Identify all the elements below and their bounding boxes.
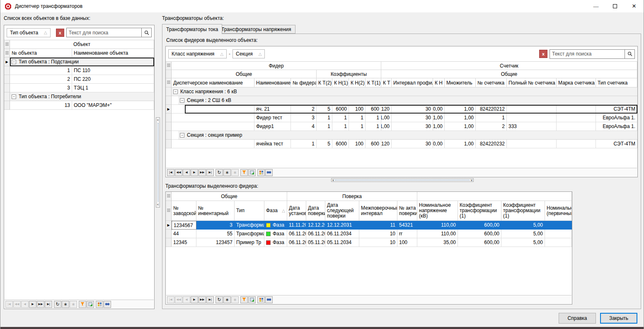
table-cell[interactable]: 1,00 (433, 114, 445, 122)
refresh-button[interactable]: ↻ (215, 296, 223, 303)
search-icon[interactable] (625, 50, 634, 58)
table-cell[interactable]: 4 (291, 122, 317, 131)
table-cell[interactable]: 5,00 (501, 230, 545, 238)
table-cell[interactable]: 2 (17, 75, 72, 84)
column-header[interactable]: № заводской (172, 201, 196, 221)
next-record-button[interactable]: ▶ (191, 296, 198, 303)
table-cell[interactable]: 1 (476, 114, 507, 122)
column-header[interactable]: Дата установки (287, 201, 306, 221)
collapse-down-icon[interactable]: v (471, 179, 472, 182)
table-cell[interactable]: 5,00 (501, 238, 545, 247)
clear-search-button[interactable]: x (56, 29, 64, 37)
column-header[interactable]: Тип (235, 201, 264, 221)
table-cell[interactable]: 1234567 (172, 221, 196, 230)
save-layout-button[interactable] (248, 169, 256, 176)
table-cell[interactable]: 110,00 (417, 230, 458, 238)
filter-button[interactable] (79, 301, 86, 308)
table-cell[interactable] (557, 105, 596, 114)
column-header[interactable]: К Т(1) (366, 78, 381, 87)
table-cell[interactable]: 824220212 (476, 105, 507, 114)
table-cell[interactable]: 1,00 (381, 114, 392, 122)
last-record-button[interactable]: ▶| (45, 301, 52, 308)
table-cell[interactable]: 60,00 (433, 140, 445, 148)
table-cell[interactable] (545, 230, 572, 238)
column-header[interactable]: Тип счетчика (596, 78, 637, 87)
table-cell[interactable]: Пример Тр (235, 238, 264, 247)
table-cell[interactable]: 06.11.202 (287, 230, 306, 238)
table-cell[interactable] (557, 114, 596, 122)
table-cell[interactable]: 333 (507, 122, 557, 131)
table-cell[interactable]: 10 (359, 230, 397, 238)
refresh-button[interactable]: ↻ (54, 301, 61, 308)
help-button[interactable]: Справка (559, 313, 596, 324)
search-button[interactable] (104, 301, 111, 308)
close-button[interactable]: Закрыть (600, 313, 637, 324)
table-cell[interactable]: 2 (291, 105, 317, 114)
table-cell[interactable]: 5 (317, 105, 332, 114)
column-header[interactable]: Дата следующей поверки (325, 201, 359, 221)
horizontal-splitter[interactable]: v v (331, 178, 474, 182)
column-header[interactable]: Множитель (445, 78, 476, 87)
save-layout-button[interactable] (87, 301, 94, 308)
band-meter[interactable]: Счетчик (381, 62, 637, 70)
table-cell[interactable]: Фаза (264, 230, 287, 238)
group-chip-section[interactable]: Секция △ (232, 49, 265, 58)
tab-current-transformers[interactable]: Трансформаторы тока (162, 24, 222, 34)
table-cell[interactable]: 600,00 (458, 230, 501, 238)
table-cell[interactable] (557, 122, 596, 131)
table-cell[interactable]: ПС 110 (72, 66, 154, 75)
column-header[interactable]: Номинальное напряжение (кВ) (417, 201, 458, 221)
column-header[interactable]: К Н(1) (332, 78, 349, 87)
subband-meter-general[interactable]: Общие (381, 70, 637, 78)
column-header[interactable]: Наименование (254, 78, 291, 87)
next-page-button[interactable]: ▶▶ (37, 301, 44, 308)
first-record-button[interactable]: |◀ (5, 301, 13, 308)
column-header[interactable]: К Н (433, 78, 445, 87)
customize-layout-button[interactable] (257, 296, 265, 303)
column-header[interactable]: К Т(2) (317, 78, 332, 87)
group-chip-object-type[interactable]: Тип объекта △ (7, 28, 51, 37)
table-cell[interactable]: Фаза (264, 221, 287, 230)
group-row-bar[interactable]: −Класс напряжения : 6 кВ (172, 87, 637, 96)
table-cell[interactable] (185, 140, 254, 148)
table-cell[interactable]: 3 (17, 84, 72, 92)
table-row[interactable]: 13ООО "МАРЭМ+" (4, 101, 154, 110)
table-cell[interactable]: 600,00 (458, 238, 501, 247)
column-header[interactable]: № инвентарный (196, 201, 235, 221)
search-button[interactable] (265, 296, 273, 303)
table-cell[interactable]: 3 (291, 114, 317, 122)
refresh-button[interactable]: ↻ (215, 169, 223, 176)
table-cell[interactable]: 30 (392, 114, 433, 122)
column-header[interactable]: Полный № счетчика (507, 78, 557, 87)
table-cell[interactable]: 54321 (397, 221, 417, 230)
table-cell[interactable]: ТЭЦ 1 (72, 84, 154, 92)
customize-layout-button[interactable] (96, 301, 103, 308)
maximize-button[interactable] (605, 0, 625, 12)
cancel-edit-button[interactable]: ∗ (70, 301, 77, 308)
group-row-bar[interactable]: −Тип объекта : Потребители (10, 92, 154, 101)
collapse-icon[interactable]: − (12, 60, 16, 64)
objects-search-input[interactable] (67, 28, 141, 37)
filter-button[interactable] (240, 169, 248, 176)
column-header[interactable]: Коэффициент трансформации (1) (501, 201, 545, 221)
column-header[interactable]: Марка счетчика (557, 78, 596, 87)
column-header-object-number[interactable]: № объекта (10, 49, 72, 58)
table-cell[interactable]: 1 (366, 114, 381, 122)
table-row[interactable]: Фидер тест311111,00301,001,001ЕвроАльфа … (166, 114, 637, 122)
table-cell[interactable]: 120 (381, 140, 392, 148)
table-cell[interactable] (557, 140, 596, 148)
close-window-button[interactable]: × (625, 0, 644, 12)
table-cell[interactable]: яч. 21 (254, 105, 291, 114)
table-row[interactable]: ▶яч. 212560001006001203060,001,008242202… (166, 105, 637, 114)
next-page-button[interactable]: ▶▶ (199, 169, 206, 176)
group-row[interactable]: −Тип объекта : Потребители (4, 92, 154, 101)
table-cell[interactable]: 05.11.2034 (325, 238, 359, 247)
table-cell[interactable]: Трансформатор (235, 221, 264, 230)
table-cell[interactable]: 1,00 (445, 140, 476, 148)
collapse-icon[interactable]: − (173, 90, 178, 94)
table-cell[interactable]: 12.12.2031 (325, 221, 359, 230)
table-cell[interactable]: 1 (317, 114, 332, 122)
filter-button[interactable] (240, 296, 248, 303)
prev-record-button[interactable]: ◀ (183, 169, 190, 176)
table-cell[interactable]: 06.11.202 (287, 238, 306, 247)
